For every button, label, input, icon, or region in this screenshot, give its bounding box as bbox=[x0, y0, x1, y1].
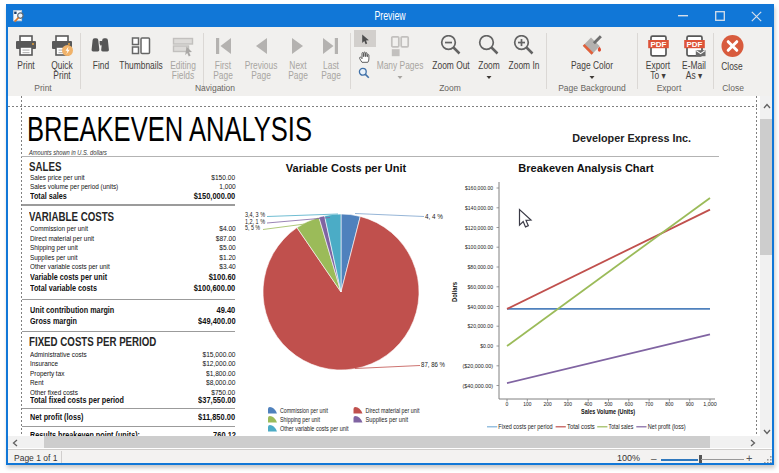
svg-text:500: 500 bbox=[604, 401, 613, 407]
svg-text:$60,000.00: $60,000.00 bbox=[468, 284, 494, 290]
svg-text:1,000: 1,000 bbox=[703, 401, 717, 407]
svg-text:Dollars: Dollars bbox=[451, 282, 458, 302]
svg-text:$0.00: $0.00 bbox=[480, 343, 493, 349]
svg-text:Total sales: Total sales bbox=[609, 423, 634, 430]
svg-text:($40,000.00): ($40,000.00) bbox=[462, 383, 493, 389]
svg-text:Fixed costs per period: Fixed costs per period bbox=[498, 423, 553, 431]
svg-text:Shipping per unit: Shipping per unit bbox=[280, 416, 320, 424]
svg-text:Total costs: Total costs bbox=[567, 423, 595, 430]
svg-text:Sales Volume (Units): Sales Volume (Units) bbox=[581, 408, 635, 416]
svg-text:Direct material per unit: Direct material per unit bbox=[366, 407, 420, 415]
svg-text:$120,000.00: $120,000.00 bbox=[465, 225, 494, 231]
svg-text:800: 800 bbox=[665, 401, 674, 407]
svg-text:$160,000.00: $160,000.00 bbox=[465, 185, 494, 191]
svg-text:5, 5 %: 5, 5 % bbox=[245, 224, 260, 231]
svg-text:87, 86 %: 87, 86 % bbox=[421, 361, 445, 368]
svg-text:400: 400 bbox=[584, 401, 593, 407]
svg-text:Net profit (loss): Net profit (loss) bbox=[648, 423, 686, 431]
svg-text:4, 4 %: 4, 4 % bbox=[425, 213, 443, 220]
svg-text:$80,000.00: $80,000.00 bbox=[468, 264, 494, 270]
svg-text:200: 200 bbox=[544, 401, 553, 407]
svg-text:Supplies per unit: Supplies per unit bbox=[366, 416, 409, 424]
svg-text:PDF: PDF bbox=[686, 40, 703, 49]
svg-text:$40,000.00: $40,000.00 bbox=[468, 304, 494, 310]
svg-text:300: 300 bbox=[564, 401, 573, 407]
svg-text:$20,000.00: $20,000.00 bbox=[468, 323, 494, 329]
svg-text:900: 900 bbox=[686, 401, 695, 407]
svg-text:100: 100 bbox=[523, 401, 532, 407]
svg-text:Other variable costs per unit: Other variable costs per unit bbox=[280, 425, 349, 433]
svg-text:700: 700 bbox=[645, 401, 654, 407]
svg-text:600: 600 bbox=[625, 401, 634, 407]
svg-text:$100,000.00: $100,000.00 bbox=[465, 244, 494, 250]
svg-text:($20,000.00): ($20,000.00) bbox=[462, 363, 493, 369]
svg-text:0: 0 bbox=[506, 401, 509, 407]
svg-text:$140,000.00: $140,000.00 bbox=[465, 205, 494, 211]
svg-text:Commission per unit: Commission per unit bbox=[280, 407, 328, 415]
